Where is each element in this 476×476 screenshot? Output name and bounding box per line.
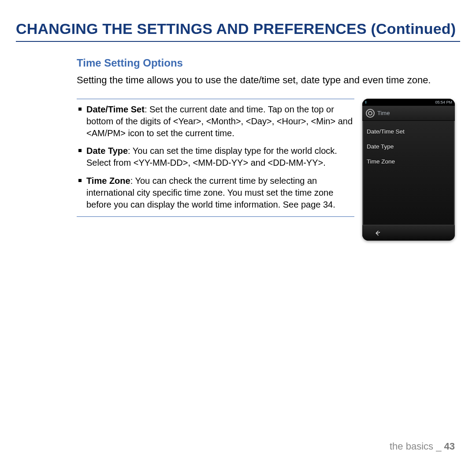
device-screenshot: II 05:54 PM Time Date/Time Set Date Type…: [362, 99, 455, 241]
intro-paragraph: Setting the time allows you to use the d…: [77, 74, 460, 86]
pause-icon: II: [365, 100, 366, 104]
device-bottom-bar: [362, 225, 455, 241]
list-term: Date/Time Set: [86, 104, 145, 114]
page-title: CHANGING THE SETTINGS AND PREFERENCES (C…: [16, 20, 460, 42]
divider-bottom: [77, 216, 354, 217]
list-item: Time Zone: You can check the current tim…: [77, 175, 354, 210]
back-icon[interactable]: [374, 229, 382, 237]
list-item: Date Type: You can set the time display …: [77, 145, 354, 169]
list-term: Time Zone: [86, 176, 130, 186]
bullet-column: Date/Time Set: Set the current date and …: [77, 99, 354, 220]
gear-icon: [366, 109, 375, 118]
device-menu-item[interactable]: Time Zone: [367, 154, 450, 169]
content-area: Time Setting Options Setting the time al…: [16, 57, 460, 241]
device-clock: 05:54 PM: [435, 100, 452, 104]
device-status-bar: II 05:54 PM: [362, 99, 455, 106]
list-term: Date Type: [86, 146, 128, 156]
footer-page-number: 43: [444, 441, 455, 452]
footer-section: the basics: [390, 441, 433, 452]
list-item: Date/Time Set: Set the current date and …: [77, 104, 354, 139]
device-menu: Date/Time Set Date Type Time Zone: [362, 121, 455, 173]
two-column-row: Date/Time Set: Set the current date and …: [77, 94, 460, 241]
device-header: Time: [362, 106, 455, 121]
device-header-label: Time: [377, 110, 390, 116]
device-menu-item[interactable]: Date/Time Set: [367, 124, 450, 139]
page-footer: the basics _ 43: [390, 441, 455, 452]
device-menu-item[interactable]: Date Type: [367, 139, 450, 154]
footer-separator: _: [433, 441, 444, 452]
section-heading: Time Setting Options: [77, 57, 460, 69]
